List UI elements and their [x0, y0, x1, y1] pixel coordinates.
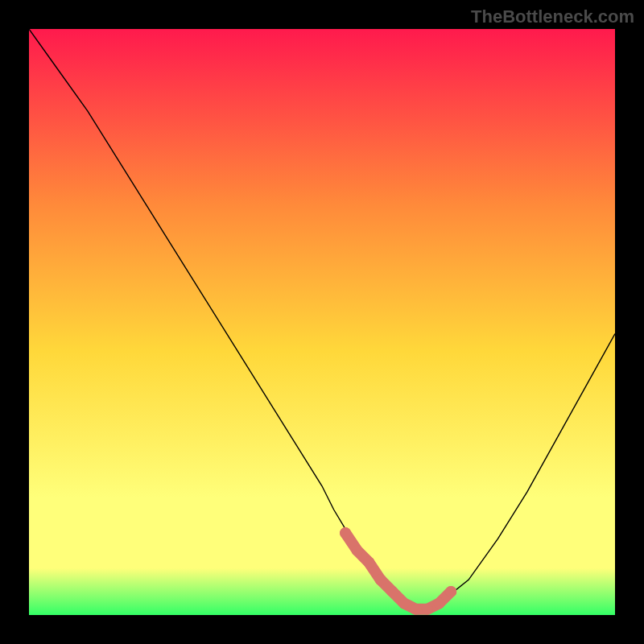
watermark-text: TheBottleneck.com	[471, 6, 634, 27]
highlight-marker	[434, 597, 445, 609]
highlight-marker	[386, 586, 398, 597]
highlight-marker	[363, 557, 374, 568]
highlight-marker	[445, 586, 456, 597]
highlight-marker	[340, 527, 351, 539]
highlight-marker	[398, 597, 410, 609]
gradient-background	[29, 29, 615, 615]
chart-container	[29, 29, 615, 615]
highlight-marker	[422, 604, 433, 615]
highlight-marker	[411, 604, 422, 615]
highlight-marker	[352, 545, 363, 556]
highlight-marker	[375, 574, 386, 585]
chart-svg	[29, 29, 615, 615]
